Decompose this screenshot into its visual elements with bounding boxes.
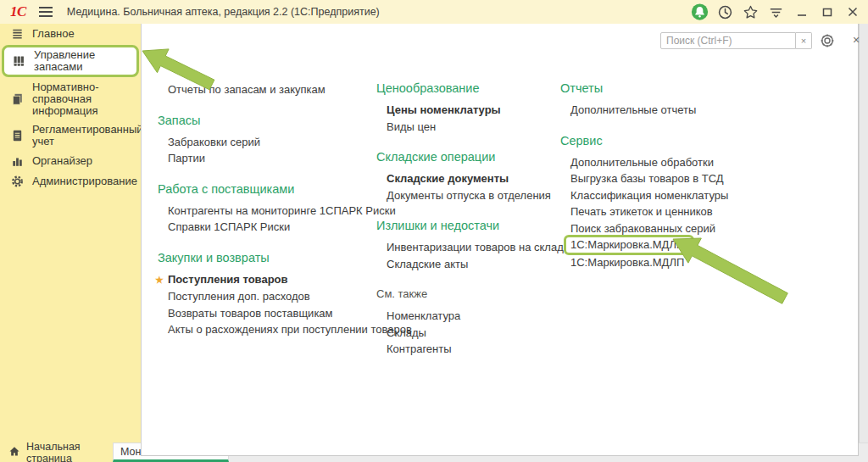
organizer-icon	[11, 154, 25, 168]
search-input[interactable]	[660, 32, 796, 49]
menu-link-label: Акты о расхождениях при поступлении това…	[168, 323, 412, 336]
main-menu-icon	[11, 27, 25, 41]
menu-link[interactable]: Выгрузка базы товаров в ТСД	[570, 170, 772, 187]
menu-link[interactable]: Складские акты	[387, 256, 558, 273]
menu-link[interactable]: Справки 1СПАРК Риски	[168, 219, 375, 236]
sidebar-menu: ГлавноеУправление запасамиНормативно-спр…	[0, 24, 141, 192]
search-box: ×	[660, 32, 812, 49]
history-clock-icon[interactable]	[716, 2, 734, 22]
group-header: Сервис	[560, 134, 772, 148]
sidebar-item-main-menu[interactable]: Главное	[0, 24, 141, 44]
menu-link[interactable]: Документы отпуска в отделения	[387, 187, 558, 204]
hamburger-menu-icon[interactable]	[38, 6, 53, 18]
menu-column-2: ЦенообразованиеЦены номенклатурыВиды цен…	[376, 81, 558, 358]
minimize-icon[interactable]	[793, 2, 810, 22]
inventory-icon	[13, 54, 26, 68]
favorites-star-icon[interactable]	[742, 2, 760, 22]
menu-link-label: Складские документы	[387, 172, 509, 185]
menu-group: Складские операцииСкладские документыДок…	[376, 150, 558, 203]
menu-link-label: Складские акты	[387, 258, 468, 270]
sidebar-item-regulated[interactable]: Регламентированный учет	[0, 120, 141, 151]
menu-link[interactable]: Дополнительные обработки	[570, 154, 772, 171]
sidebar-item-label: Управление запасами	[34, 49, 133, 73]
menu-link-label: 1С:Маркировка.МДЛП	[570, 256, 684, 269]
menu-link[interactable]: Классификация номенклатуры	[570, 187, 772, 204]
panel-close-icon[interactable]: ×	[848, 31, 865, 48]
sidebar-item-label: Главное	[32, 28, 75, 40]
menu-link[interactable]: Отчеты по запасам и закупкам	[168, 81, 375, 98]
menu-link[interactable]: Контрагенты на мониторинге 1СПАРК Риски	[168, 203, 375, 220]
menu-link[interactable]: ★Поступления товаров	[168, 271, 375, 289]
group-header: Ценообразование	[376, 81, 558, 95]
menu-link[interactable]: Инвентаризации товаров на складах	[387, 239, 558, 256]
menu-link-label: Поиск забракованных серий	[570, 222, 715, 235]
close-icon[interactable]	[843, 2, 861, 22]
tab-home-page[interactable]: Начальная страница	[0, 443, 113, 462]
sidebar-item-organizer[interactable]: Органайзер	[0, 151, 141, 171]
menu-link[interactable]: 1С:Маркировка.МДЛП	[570, 254, 772, 271]
sidebar-item-inventory[interactable]: Управление запасами	[2, 45, 139, 77]
notifications-bell-icon[interactable]	[691, 2, 709, 22]
menu-link[interactable]: 1С:Маркировка.МДЛП	[570, 237, 772, 254]
menu-link[interactable]: Цены номенклатуры	[387, 102, 558, 119]
menu-link[interactable]: Дополнительные отчеты	[570, 102, 772, 119]
menu-link-label: Забраковки серий	[168, 136, 260, 148]
menu-link[interactable]: Складские документы	[387, 170, 558, 187]
menu-link-label: Склады	[387, 326, 426, 339]
menu-link-label: 1С:Маркировка.МДЛП	[570, 238, 684, 251]
menu-link[interactable]: Контрагенты	[387, 341, 558, 358]
sidebar-item-reference[interactable]: Нормативно-справочная информация	[0, 78, 141, 120]
sidebar-item-label: Администрирование	[32, 175, 137, 187]
window-background-strip	[859, 24, 868, 462]
sections-sidebar: ГлавноеУправление запасамиНормативно-спр…	[0, 24, 141, 462]
menu-link-label: Партии	[168, 152, 205, 164]
menu-link[interactable]: Печать этикеток и ценников	[570, 203, 772, 220]
menu-link[interactable]: Склады	[387, 325, 558, 342]
menu-link-label: Возвраты товаров поставщикам	[168, 307, 333, 320]
menu-link[interactable]: Номенклатура	[387, 308, 558, 325]
menu-link-label: Печать этикеток и ценников	[570, 205, 713, 218]
group-header: Складские операции	[376, 150, 558, 164]
group-header: Запасы	[158, 114, 375, 127]
favorite-star-icon: ★	[155, 274, 168, 287]
annotation-highlight-box: 1С:Маркировка.МДЛП	[564, 235, 694, 255]
menu-link[interactable]: Забраковки серий	[168, 134, 375, 151]
group-header: Отчеты	[560, 81, 772, 95]
menu-link[interactable]: Виды цен	[387, 119, 558, 136]
menu-group: СервисДополнительные обработкиВыгрузка б…	[560, 134, 772, 271]
sidebar-item-label: Органайзер	[32, 155, 92, 167]
menu-group: ЗапасыЗабраковки серийПартии	[158, 114, 375, 167]
reference-icon	[11, 92, 25, 106]
group-header: Работа с поставщиками	[158, 182, 375, 196]
sidebar-item-label: Регламентированный учет	[32, 124, 143, 148]
menu-link[interactable]: Акты о расхождениях при поступлении това…	[168, 321, 375, 338]
menu-link-label: Поступления доп. расходов	[168, 290, 310, 303]
menu-link-label: Контрагенты на мониторинге 1СПАРК Риски	[168, 204, 396, 217]
1c-logo: 1С	[10, 3, 26, 20]
menu-link[interactable]: Партии	[168, 150, 375, 167]
title-bar: 1С Медицина. Больничная аптека, редакция…	[0, 0, 868, 24]
group-header: Закупки и возвраты	[158, 251, 375, 264]
menu-link-label: Контрагенты	[387, 342, 452, 355]
regulated-icon	[11, 129, 25, 142]
menu-link-label: Цены номенклатуры	[387, 103, 501, 116]
group-header: См. также	[376, 287, 558, 301]
menu-link-label: Документы отпуска в отделения	[387, 189, 551, 202]
menu-column-1: Отчеты по запасам и закупкамЗапасыЗабрак…	[158, 81, 375, 338]
menu-group: Работа с поставщикамиКонтрагенты на мони…	[158, 182, 375, 236]
menu-group: ЦенообразованиеЦены номенклатурыВиды цен	[376, 81, 558, 135]
sidebar-item-admin[interactable]: Администрирование	[0, 171, 141, 192]
restore-icon[interactable]	[818, 2, 836, 22]
panel-settings-gear-icon[interactable]	[819, 32, 836, 49]
menu-link-label: Классификация номенклатуры	[570, 189, 728, 202]
menu-link-label: Справки 1СПАРК Риски	[168, 220, 290, 233]
menu-link[interactable]: Поступления доп. расходов	[168, 288, 375, 305]
menu-link-label: Инвентаризации товаров на складах	[387, 241, 576, 253]
home-icon	[8, 446, 20, 459]
search-clear-button[interactable]: ×	[796, 32, 812, 49]
menu-link-label: Отчеты по запасам и закупкам	[168, 83, 326, 96]
functions-menu-icon[interactable]	[767, 2, 785, 22]
menu-group: ОтчетыДополнительные отчеты	[560, 81, 772, 119]
section-menu-panel: × × Отчеты по запасам и закупкамЗапасыЗа…	[141, 24, 859, 456]
menu-link[interactable]: Возвраты товаров поставщикам	[168, 305, 375, 322]
